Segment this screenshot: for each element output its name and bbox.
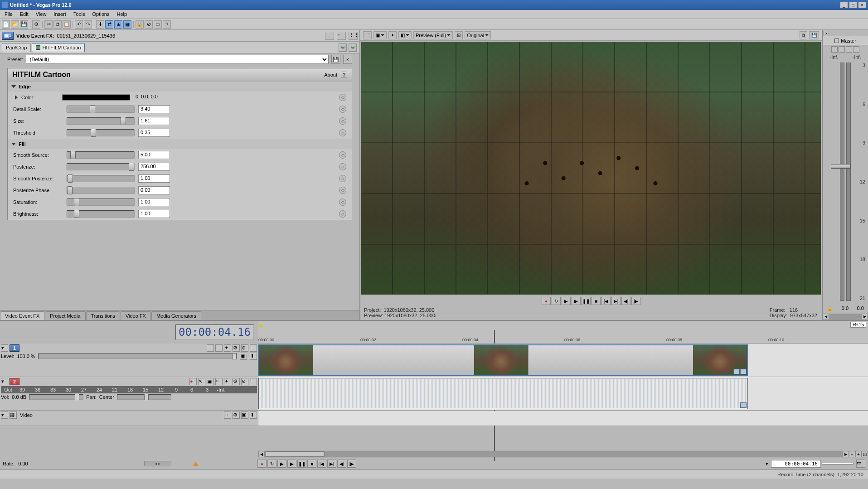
- track-1-lane[interactable]: [258, 344, 868, 377]
- open-button[interactable]: 📂: [11, 20, 19, 29]
- plugin-help-button[interactable]: ?: [341, 72, 347, 78]
- master-scroll-left[interactable]: ◀: [823, 314, 829, 320]
- redo-button[interactable]: ↷: [84, 20, 92, 29]
- scroll-left-button[interactable]: ◀: [258, 451, 265, 457]
- threshold-slider[interactable]: [67, 129, 135, 136]
- expand-color-icon[interactable]: [15, 95, 18, 100]
- track-parent-button[interactable]: ⬆: [250, 353, 257, 360]
- plugin-about[interactable]: About: [324, 72, 337, 77]
- track-level-slider[interactable]: [38, 353, 237, 359]
- track-mute-button[interactable]: ⊘: [241, 344, 248, 352]
- saturation-slider[interactable]: [67, 199, 135, 206]
- tab-media-generators[interactable]: Media Generators: [151, 311, 201, 320]
- preview-split-button[interactable]: ◧: [398, 31, 412, 39]
- clip-pancrop-icon[interactable]: [733, 369, 740, 374]
- paste-button[interactable]: 📋: [63, 20, 71, 29]
- track-compmode-button[interactable]: ▣: [240, 353, 247, 360]
- track-pan-slider[interactable]: [117, 394, 171, 400]
- smoothpost-slider[interactable]: [67, 175, 135, 182]
- video-clip-1[interactable]: [258, 344, 748, 376]
- menu-edit[interactable]: Edit: [16, 10, 32, 19]
- close-button[interactable]: ×: [858, 2, 866, 8]
- autocross-button[interactable]: ⊞: [114, 20, 122, 29]
- size-value[interactable]: 1.61: [138, 117, 170, 125]
- menu-help[interactable]: Help: [113, 10, 131, 19]
- preview-viewport[interactable]: [361, 42, 821, 295]
- tab-project-media[interactable]: Project Media: [45, 311, 85, 320]
- brightness-slider[interactable]: [67, 210, 135, 218]
- keyframe-icon[interactable]: ◇: [339, 187, 346, 194]
- track-parent-button[interactable]: ⬆: [250, 412, 257, 419]
- keyframe-icon[interactable]: ◇: [339, 199, 346, 206]
- record-button[interactable]: ●: [542, 297, 551, 305]
- track-vol-slider[interactable]: [29, 394, 83, 400]
- preset-delete-button[interactable]: ×: [343, 55, 352, 64]
- go-end-button[interactable]: ▶|: [611, 297, 621, 305]
- tl-pause-button[interactable]: ❚❚: [297, 460, 306, 468]
- next-frame-button[interactable]: |▶: [631, 297, 640, 305]
- keyframe-icon[interactable]: ◇: [339, 106, 346, 113]
- section-edge-header[interactable]: Edge: [8, 82, 352, 92]
- tl-go-start-button[interactable]: |◀: [317, 460, 326, 468]
- track-motion-button[interactable]: [215, 344, 223, 352]
- master-mute-button[interactable]: [846, 46, 852, 53]
- master-fx-button[interactable]: [831, 46, 838, 53]
- tl-prev-frame-button[interactable]: ◀|: [337, 460, 346, 468]
- keyframe-icon[interactable]: ◇: [339, 117, 346, 125]
- track-1-header[interactable]: ▾ 1 ✦ ⚙ ⊘ ! Level: 100.0 % ▣ ⬆: [0, 344, 258, 377]
- track-fx-button[interactable]: ⚙: [233, 412, 240, 419]
- keyframe-icon[interactable]: ◇: [339, 210, 346, 218]
- postphase-slider[interactable]: [67, 187, 135, 194]
- track-fx-button[interactable]: ▣: [207, 378, 214, 385]
- posterize-slider[interactable]: [67, 163, 135, 170]
- track-collapse-icon[interactable]: ▾: [1, 344, 8, 352]
- preview-ext-button[interactable]: ⬚: [363, 31, 372, 39]
- clip-fx-icon[interactable]: [740, 369, 747, 374]
- detail-value[interactable]: 3.40: [138, 105, 170, 113]
- menu-tools[interactable]: Tools: [70, 10, 89, 19]
- fx-view2-button[interactable]: ⋮⋮: [349, 32, 358, 40]
- track-bypass-button[interactable]: [207, 344, 214, 352]
- track-fx-button[interactable]: ✦: [224, 344, 231, 352]
- properties-button[interactable]: ⚙: [32, 20, 40, 29]
- preview-save-button[interactable]: 💾: [809, 31, 819, 39]
- undo-button[interactable]: ↶: [75, 20, 83, 29]
- tl-stop-button[interactable]: ■: [307, 460, 316, 468]
- timecode-input[interactable]: 00:00:04.16: [771, 460, 821, 468]
- track-arm-button[interactable]: ●: [189, 378, 197, 385]
- tl-play-button[interactable]: ▶: [287, 460, 296, 468]
- master-close-button[interactable]: ×: [824, 31, 829, 36]
- fx-bypass-button[interactable]: [325, 32, 334, 40]
- prev-frame-button[interactable]: ◀|: [621, 297, 630, 305]
- autoripple-button[interactable]: ⇄: [105, 20, 113, 29]
- chain-add-button[interactable]: ⊕: [339, 44, 347, 52]
- tab-video-event-fx[interactable]: Video Event FX: [0, 311, 44, 320]
- track-motion-button[interactable]: ↔: [224, 412, 231, 419]
- play-button[interactable]: ▶: [572, 297, 581, 305]
- keyframe-icon[interactable]: ◇: [339, 163, 346, 170]
- tab-transitions[interactable]: Transitions: [86, 311, 120, 320]
- zoom-in-button[interactable]: +: [855, 451, 862, 457]
- chain-cartoon[interactable]: HITFILM Cartoon: [32, 43, 85, 52]
- lock-button[interactable]: 🔒: [136, 20, 144, 29]
- track-solo-button[interactable]: !: [250, 344, 257, 352]
- preset-save-button[interactable]: 💾: [331, 55, 340, 64]
- snap-button[interactable]: ⬇: [96, 20, 104, 29]
- preset-select[interactable]: (Default): [26, 55, 329, 64]
- quantize-button[interactable]: ▦: [123, 20, 131, 29]
- track-3-lane[interactable]: [258, 411, 868, 426]
- fx-track-badge[interactable]: ▣1: [2, 32, 14, 40]
- master-scroll-right[interactable]: ▶: [862, 314, 868, 320]
- chain-pancrop[interactable]: Pan/Crop: [2, 43, 31, 52]
- preview-original-select[interactable]: Original: [465, 31, 491, 39]
- section-fill-header[interactable]: Fill: [8, 139, 352, 149]
- menu-view[interactable]: View: [32, 10, 50, 19]
- track-gear-button[interactable]: ⚙: [233, 378, 240, 385]
- go-start-button[interactable]: |◀: [601, 297, 611, 305]
- tl-play-start-button[interactable]: ▶: [277, 460, 286, 468]
- menu-insert[interactable]: Insert: [50, 10, 70, 19]
- ignore-button[interactable]: ⊘: [145, 20, 153, 29]
- menu-options[interactable]: Options: [89, 10, 113, 19]
- master-dim-button[interactable]: [853, 46, 859, 53]
- keyframe-icon[interactable]: ◇: [339, 175, 346, 182]
